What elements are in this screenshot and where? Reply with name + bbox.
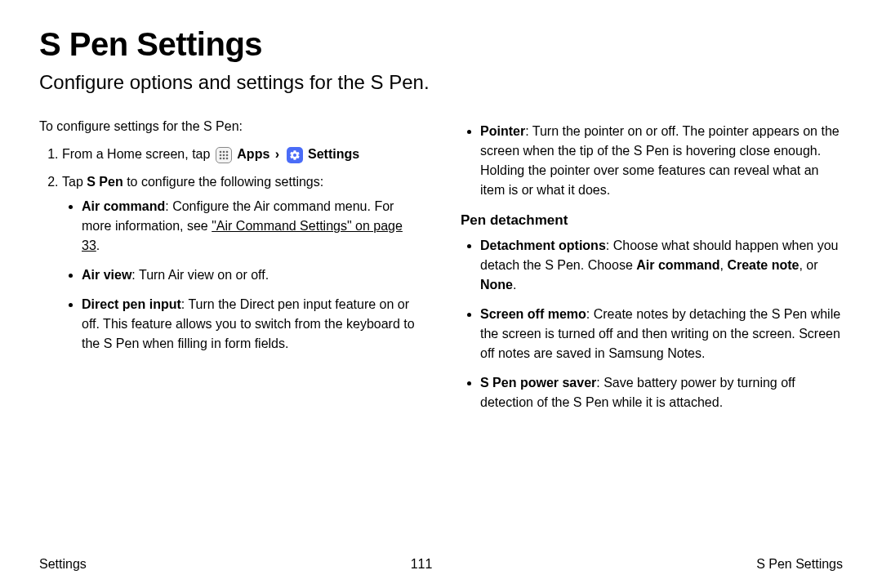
bullet-detachment-options: Detachment options: Choose what should h… [480, 236, 843, 295]
settings-label: Settings [308, 147, 359, 161]
svg-point-4 [223, 154, 225, 156]
airview-text: : Turn Air view on or off. [131, 268, 269, 282]
aircmd-period: . [96, 238, 100, 252]
footer-page-number: 111 [411, 557, 433, 572]
opt-sep2: , or [799, 258, 817, 272]
pen-detachment-label: Pen detachment [461, 210, 843, 231]
chevron-icon: › [275, 147, 279, 161]
step-2: Tap S Pen to configure the following set… [62, 172, 421, 354]
airview-bold: Air view [82, 268, 131, 282]
left-column: To configure settings for the S Pen: Fro… [39, 117, 421, 422]
bullet-direct-pen-input: Direct pen input: Turn the Direct pen in… [82, 295, 421, 354]
opt-b3: None [480, 278, 513, 292]
svg-point-7 [223, 157, 225, 159]
content-columns: To configure settings for the S Pen: Fro… [39, 117, 843, 422]
opt-b2: Create note [727, 258, 799, 272]
apps-label: Apps [237, 147, 270, 161]
svg-point-8 [226, 157, 229, 159]
detach-bullets: Detachment options: Choose what should h… [461, 236, 843, 412]
bullet-air-command: Air command: Configure the Air command m… [82, 197, 421, 256]
sps-bold: S Pen power saver [480, 376, 596, 390]
page-subtitle: Configure options and settings for the S… [39, 71, 843, 94]
bullet-air-view: Air view: Turn Air view on or off. [82, 265, 421, 285]
intro-text: To configure settings for the S Pen: [39, 117, 421, 136]
dpi-bold: Direct pen input [82, 297, 181, 311]
bullet-screen-off-memo: Screen off memo: Create notes by detachi… [480, 305, 843, 363]
bullet-spen-power-saver: S Pen power saver: Save battery power by… [480, 373, 843, 412]
apps-icon [216, 147, 232, 163]
right-column: Pointer: Turn the pointer on or off. The… [461, 117, 843, 422]
aircmd-bold: Air command [82, 199, 165, 213]
gear-icon [287, 147, 303, 163]
svg-point-5 [226, 154, 229, 156]
bullet-pointer: Pointer: Turn the pointer on or off. The… [480, 122, 843, 200]
step1-prefix: From a Home screen, tap [62, 147, 214, 161]
opt-period: . [513, 278, 516, 292]
opt-bold: Detachment options [480, 238, 606, 252]
step2-suffix: to configure the following settings: [123, 175, 323, 189]
svg-point-6 [220, 157, 222, 159]
left-bullets: Air command: Configure the Air command m… [62, 197, 421, 354]
right-bullets-top: Pointer: Turn the pointer on or off. The… [461, 122, 843, 200]
opt-b1: Air command [636, 258, 719, 272]
step2-bold: S Pen [87, 175, 122, 189]
step2-prefix: Tap [62, 175, 87, 189]
page-footer: Settings 111 S Pen Settings [39, 557, 843, 572]
step-1: From a Home screen, tap Apps › Settings [62, 145, 421, 164]
pointer-bold: Pointer [480, 124, 525, 138]
svg-point-0 [220, 150, 222, 153]
svg-point-1 [223, 150, 225, 153]
page-title: S Pen Settings [39, 26, 843, 63]
footer-right: S Pen Settings [756, 557, 843, 572]
steps-list: From a Home screen, tap Apps › Settings … [39, 145, 421, 354]
footer-left: Settings [39, 557, 87, 572]
svg-point-3 [220, 154, 222, 156]
pointer-text: : Turn the pointer on or off. The pointe… [480, 124, 840, 197]
svg-point-2 [226, 150, 229, 153]
som-bold: Screen off memo [480, 307, 586, 321]
